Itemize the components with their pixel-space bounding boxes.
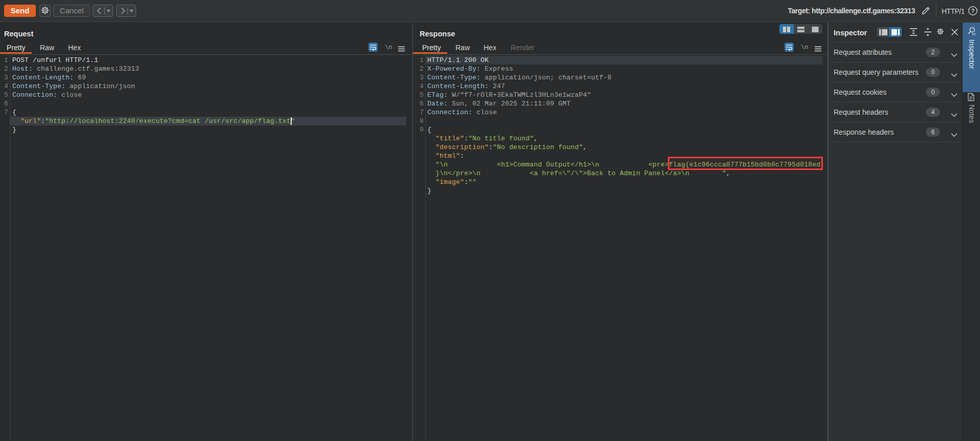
svg-text:?: ? (971, 8, 974, 14)
